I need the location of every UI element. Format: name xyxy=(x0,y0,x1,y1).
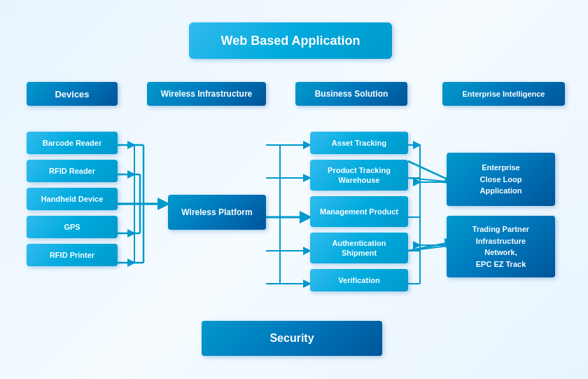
enterprise-close-loop-label: Enterprise Close Loop Application xyxy=(480,162,522,197)
header-business-solution: Business Solution xyxy=(295,82,407,106)
authentication-shipment-label: Authentication Shipment xyxy=(317,238,401,259)
asset-tracking-label: Asset Tracking xyxy=(332,139,386,147)
rfid-reader-label: RFID Reader xyxy=(49,167,95,175)
enterprise-close-loop-box: Enterprise Close Loop Application xyxy=(447,153,555,206)
gps-label: GPS xyxy=(64,223,80,231)
product-tracking-box: Product Tracking Warehouse xyxy=(310,160,408,191)
trading-partner-box: Trading Partner Infrastructure Network, … xyxy=(447,216,555,277)
diagram-container: Web Based Application Devices Wireless I… xyxy=(0,0,588,379)
trading-partner-label: Trading Partner Infrastructure Network, … xyxy=(472,223,529,270)
header-enterprise-intel: Enterprise Intelligence xyxy=(442,82,565,106)
header-devices: Devices xyxy=(27,82,118,106)
management-product-box: Management Product xyxy=(310,196,408,227)
authentication-shipment-box: Authentication Shipment xyxy=(310,233,408,263)
handheld-device-label: Handheld Device xyxy=(41,195,104,203)
product-tracking-label: Product Tracking Warehouse xyxy=(317,165,401,186)
rfid-printer-box: RFID Printer xyxy=(27,244,118,266)
verification-box: Verification xyxy=(310,269,408,291)
header-enterprise-label: Enterprise Intelligence xyxy=(463,90,545,98)
handheld-device-box: Handheld Device xyxy=(27,188,118,210)
rfid-reader-box: RFID Reader xyxy=(27,160,118,182)
security-label: Security xyxy=(270,332,314,345)
barcode-reader-label: Barcode Reader xyxy=(43,139,102,147)
security-box: Security xyxy=(202,321,382,356)
title-box: Web Based Application xyxy=(189,22,392,59)
wireless-platform-label: Wireless Platform xyxy=(181,207,252,217)
header-wireless-infra-label: Wireless Infrastructure xyxy=(161,89,253,99)
title-text: Web Based Application xyxy=(220,34,360,48)
asset-tracking-box: Asset Tracking xyxy=(310,132,408,154)
gps-box: GPS xyxy=(27,216,118,238)
header-business-label: Business Solution xyxy=(315,89,388,99)
header-wireless-infra: Wireless Infrastructure xyxy=(147,82,266,106)
header-devices-label: Devices xyxy=(55,89,89,99)
verification-label: Verification xyxy=(338,276,379,284)
rfid-printer-label: RFID Printer xyxy=(50,251,94,259)
wireless-platform-box: Wireless Platform xyxy=(168,195,266,230)
management-product-label: Management Product xyxy=(320,207,398,216)
barcode-reader-box: Barcode Reader xyxy=(27,132,118,154)
